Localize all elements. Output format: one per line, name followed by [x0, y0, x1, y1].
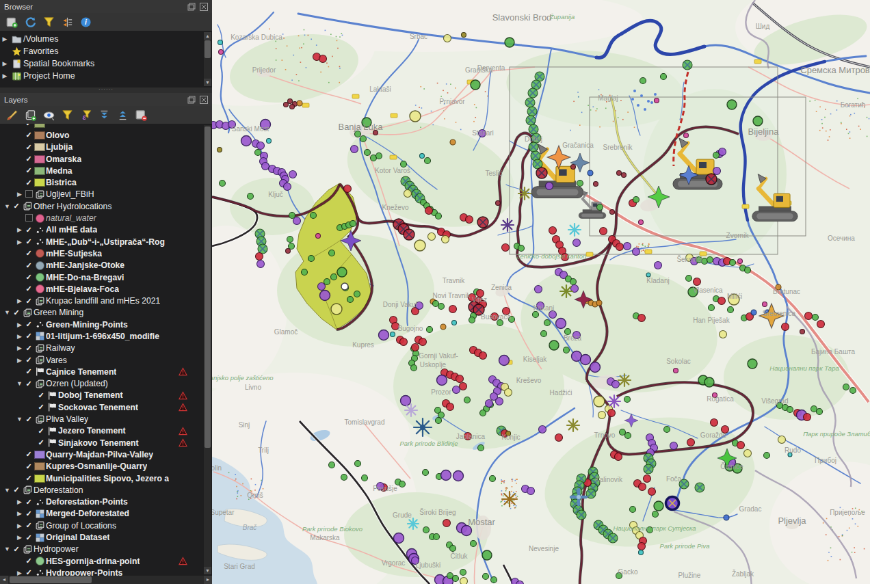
- browser-item[interactable]: ▶Project Home: [0, 70, 212, 82]
- browser-scrollbar[interactable]: ▲ ▼: [204, 32, 211, 86]
- remove-layer-icon[interactable]: [135, 109, 147, 121]
- layers-hscrollbar[interactable]: ◄ ►: [0, 576, 212, 584]
- layer-row[interactable]: ✓Omarska: [0, 153, 212, 165]
- layer-row[interactable]: ✓Jezero Tenement: [0, 425, 212, 437]
- map-canvas[interactable]: Kozarska DubicaGradiškaSrbacSlavonski Br…: [212, 0, 870, 584]
- refresh-icon[interactable]: [24, 16, 36, 28]
- layer-row[interactable]: ▶✓Krupac landfill and mHEs 2021: [0, 295, 212, 306]
- expand-arrow-icon[interactable]: ▶: [15, 522, 24, 529]
- expand-arrow-icon[interactable]: ▶: [15, 226, 24, 233]
- layer-checkbox[interactable]: ✓: [24, 249, 34, 258]
- map-themes-icon[interactable]: [42, 109, 55, 121]
- layer-checkbox[interactable]: ✓: [24, 450, 34, 459]
- layer-checkbox[interactable]: ✓: [24, 124, 34, 128]
- layer-checkbox[interactable]: ✓: [24, 226, 34, 235]
- layer-row[interactable]: ▶✓01-litijum-1-696x450_modifie: [0, 330, 212, 342]
- layer-checkbox[interactable]: ✓: [24, 379, 34, 388]
- layer-checkbox[interactable]: ✓: [24, 166, 34, 175]
- layer-row[interactable]: ▶✓All mHE data: [0, 224, 212, 236]
- expand-arrow-icon[interactable]: ▶: [15, 333, 24, 340]
- warning-icon[interactable]: [179, 557, 187, 565]
- layer-checkbox[interactable]: ✓: [24, 367, 34, 376]
- layer-checkbox[interactable]: ✓: [24, 297, 34, 306]
- layer-row[interactable]: ✓Olovo: [0, 129, 212, 141]
- layer-row[interactable]: ▶✓Vares: [0, 354, 212, 366]
- layer-checkbox[interactable]: ✓: [24, 273, 34, 282]
- expand-arrow-icon[interactable]: ▶: [15, 534, 24, 541]
- expand-arrow-icon[interactable]: ▼: [15, 380, 24, 387]
- layer-checkbox[interactable]: ✓: [36, 438, 46, 447]
- layer-row[interactable]: ✓Quarry-Majdan-Pilva-Valley: [0, 449, 212, 460]
- filter-browser-icon[interactable]: [42, 16, 55, 28]
- layer-checkbox[interactable]: ✓: [24, 356, 34, 364]
- collapse-all-icon[interactable]: [61, 16, 73, 28]
- expand-all-icon[interactable]: [98, 109, 110, 121]
- layer-row[interactable]: ✓Medna: [0, 165, 212, 176]
- close-panel-icon[interactable]: [200, 3, 208, 11]
- layer-checkbox[interactable]: ✓: [24, 332, 34, 340]
- layer-row[interactable]: ▼✓Other Hydrolocations: [0, 200, 212, 212]
- layer-row[interactable]: ✓MHE-Do-na-Bregavi: [0, 271, 212, 283]
- browser-item[interactable]: Favorites: [0, 45, 212, 57]
- layer-checkbox[interactable]: ✓: [24, 557, 34, 565]
- expand-arrow-icon[interactable]: ▶: [15, 191, 24, 198]
- layer-checkbox[interactable]: ✓: [12, 545, 21, 554]
- properties-icon[interactable]: [79, 16, 92, 28]
- expand-arrow-icon[interactable]: ▶: [15, 498, 24, 505]
- expand-arrow-icon[interactable]: ▼: [3, 487, 12, 494]
- expand-arrow-icon[interactable]: ▶: [15, 297, 24, 304]
- add-layer-icon[interactable]: [5, 16, 18, 28]
- layer-row[interactable]: ✓Sinjakovo Tenement: [0, 437, 212, 449]
- layer-row[interactable]: ✓Sockovac Tenement: [0, 401, 212, 413]
- layer-row[interactable]: ✓Bistrica: [0, 176, 212, 188]
- warning-icon[interactable]: [179, 391, 187, 400]
- layer-row[interactable]: ▶✓Deforestation-Points: [0, 496, 212, 508]
- layer-checkbox[interactable]: ✓: [24, 143, 34, 152]
- layer-checkbox[interactable]: ✓: [24, 261, 34, 270]
- expand-arrow-icon[interactable]: ▶: [15, 239, 24, 245]
- styling-panel-icon[interactable]: [5, 109, 18, 121]
- layer-checkbox[interactable]: ✓: [24, 462, 34, 471]
- layer-checkbox[interactable]: ✓: [24, 320, 34, 329]
- layer-row[interactable]: ▼✓Hydropower: [0, 544, 212, 555]
- filter-legend-icon[interactable]: [61, 109, 73, 121]
- expand-arrow-icon[interactable]: ▶: [15, 345, 24, 351]
- layer-checkbox[interactable]: ✓: [24, 155, 34, 163]
- layer-checkbox[interactable]: ✓: [12, 308, 21, 317]
- layer-row[interactable]: ✓Ljubija: [0, 142, 212, 153]
- expand-arrow-icon[interactable]: ▶: [15, 357, 24, 364]
- panel-splitter[interactable]: ······: [0, 88, 212, 93]
- layer-checkbox[interactable]: ✓: [24, 344, 34, 353]
- layer-row[interactable]: ✓mHE-Janjske-Otoke: [0, 260, 212, 271]
- warning-icon[interactable]: [179, 438, 187, 447]
- layer-checkbox[interactable]: ✓: [24, 521, 34, 530]
- expand-arrow-icon[interactable]: ▶: [15, 321, 24, 328]
- expand-arrow-icon[interactable]: ▼: [3, 203, 12, 210]
- expand-arrow-icon[interactable]: ▶: [15, 510, 24, 517]
- layer-row[interactable]: ▶✓Merged-Deforestated: [0, 508, 212, 520]
- layer-row[interactable]: ▼✓Green Mining: [0, 307, 212, 319]
- expression-filter-icon[interactable]: [79, 109, 92, 121]
- expand-arrow-icon[interactable]: ▶: [0, 36, 10, 42]
- layer-row[interactable]: ✓Cajnice Tenement: [0, 366, 212, 377]
- browser-item[interactable]: ▶/Volumes: [0, 33, 212, 45]
- expand-arrow-icon[interactable]: ▼: [3, 309, 12, 316]
- layer-row[interactable]: ✓Kupres-Osmanlije-Quarry: [0, 461, 212, 472]
- layer-checkbox[interactable]: ✓: [36, 391, 46, 400]
- layer-row[interactable]: natural_water: [0, 212, 212, 224]
- layer-checkbox[interactable]: ✓: [12, 202, 21, 211]
- expand-arrow-icon[interactable]: ▼: [3, 546, 12, 552]
- layer-checkbox[interactable]: ✓: [36, 427, 46, 436]
- layer-checkbox[interactable]: [24, 190, 34, 199]
- layer-row[interactable]: ✓Doboj Tenement: [0, 390, 212, 401]
- expand-arrow-icon[interactable]: ▶: [0, 72, 10, 79]
- layer-checkbox[interactable]: [24, 214, 34, 223]
- warning-icon[interactable]: [179, 367, 187, 376]
- layer-checkbox[interactable]: ✓: [24, 498, 34, 507]
- layer-row[interactable]: ▶✓Group of Locations: [0, 520, 212, 531]
- layer-row[interactable]: ▶Ugljevi_FBiH: [0, 189, 212, 200]
- layer-checkbox[interactable]: ✓: [24, 509, 34, 518]
- layer-checkbox[interactable]: ✓: [24, 237, 34, 246]
- layer-row[interactable]: ▼✓Ozren (Updated): [0, 378, 212, 390]
- close-panel-icon[interactable]: [200, 96, 208, 104]
